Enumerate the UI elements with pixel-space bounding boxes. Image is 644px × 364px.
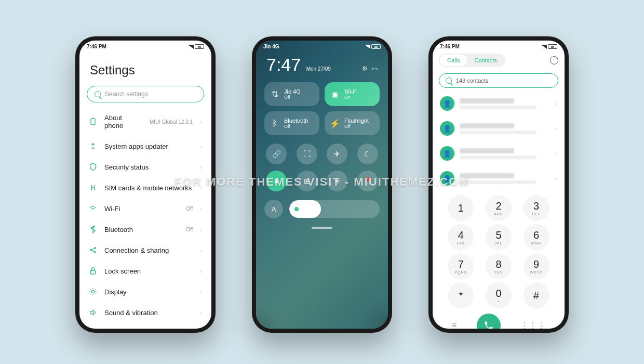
contact-row[interactable]: 👤 › <box>439 141 558 166</box>
search-input[interactable]: Search settings <box>87 86 204 102</box>
chevron-right-icon: › <box>555 125 557 132</box>
settings-item-display[interactable]: Display › <box>87 281 204 302</box>
dialkey-7[interactable]: 7 PQRS <box>448 253 474 279</box>
menu-icon[interactable]: ≡ <box>452 321 457 329</box>
toggle-square[interactable]: ■ <box>266 171 287 191</box>
dialkey-2[interactable]: 2 ABC <box>486 195 512 221</box>
settings-item-sound[interactable]: Sound & vibration › <box>87 302 204 323</box>
avatar-icon: 👤 <box>440 121 454 136</box>
phone-control-center: Jio 4G 85 7:47 Mon 27/09 ⚙ ▭ ⇅ Jio 4G Of… <box>252 36 392 333</box>
settings-item-phone[interactable]: About phone MIUI Global 12.0.1 › <box>87 108 204 136</box>
brightness-slider[interactable] <box>289 200 380 218</box>
status-icons: 85 <box>188 44 204 49</box>
auto-brightness-button[interactable]: A <box>264 200 283 218</box>
tile-flash[interactable]: ⚡ Flashlight Off <box>325 111 380 135</box>
svg-point-5 <box>91 290 94 293</box>
dialpad: 1 2 ABC3 DEF4 GHI5 JKL6 MNO7 PQRS8 TUV9 … <box>433 191 565 329</box>
dialkey-#[interactable]: # <box>524 282 549 308</box>
tile-data[interactable]: ⇅ Jio 4G Off <box>264 82 319 106</box>
dialkey-*[interactable]: * <box>448 282 474 308</box>
grid-icon: ⊞ <box>304 177 310 185</box>
toggle-location[interactable]: 📍 <box>357 171 378 191</box>
shield-icon <box>89 163 97 171</box>
dialkey-0[interactable]: 0 + <box>486 282 512 308</box>
edit-icon[interactable]: ▭ <box>372 65 378 72</box>
dialkey-6[interactable]: 6 MNO <box>524 224 549 250</box>
chevron-right-icon: › <box>200 119 202 125</box>
status-time: 7:46 PM <box>87 44 106 49</box>
wifi-icon: ◉ <box>331 90 339 98</box>
item-label: System apps updater <box>104 142 193 150</box>
key-number: 4 <box>458 229 464 241</box>
battery-icon: 85 <box>548 44 557 49</box>
chevron-right-icon: › <box>555 150 557 157</box>
settings-item-share[interactable]: Connection & sharing › <box>87 240 204 261</box>
settings-item-lock[interactable]: Lock screen › <box>87 261 204 281</box>
settings-item-updater[interactable]: System apps updater › <box>87 136 204 157</box>
toggle-grid[interactable]: ⊞ <box>297 171 317 191</box>
status-bar: 7:46 PM 85 <box>79 41 211 50</box>
dialkey-9[interactable]: 9 WXYZ <box>524 253 549 279</box>
dialkey-5[interactable]: 5 JKL <box>486 224 512 250</box>
settings-icon[interactable]: ⚙ <box>362 65 368 72</box>
item-value: Off <box>186 206 193 212</box>
tab-calls[interactable]: Calls <box>440 55 467 66</box>
contacts-count: 143 contacts <box>456 77 488 84</box>
item-label: Bluetooth <box>104 226 179 233</box>
status-bar: Jio 4G 85 <box>256 41 388 50</box>
toggle-scan[interactable]: ⛶ <box>297 144 317 164</box>
data-icon: ⇅ <box>271 90 279 98</box>
drag-handle[interactable] <box>312 227 332 229</box>
key-number: 2 <box>495 200 501 212</box>
contacts-list: 👤 ›👤 ›👤 ›👤 › <box>433 91 565 191</box>
scan-icon: ⛶ <box>303 150 311 158</box>
settings-item-wifi[interactable]: Wi-Fi Off › <box>87 198 204 219</box>
tile-status: On <box>344 95 358 100</box>
item-label: Security status <box>104 163 193 171</box>
toggle-airplane[interactable]: ✈ <box>327 144 347 164</box>
cc-time: 7:47 <box>266 55 301 74</box>
dialkey-8[interactable]: 8 TUV <box>486 253 512 279</box>
dialkey-4[interactable]: 4 GHI <box>448 224 474 250</box>
dialpad-toggle-icon[interactable]: ⋮⋮⋮ <box>520 321 545 329</box>
share-icon <box>89 246 97 254</box>
item-value: MIUI Global 12.0.1 <box>150 119 193 125</box>
svg-rect-4 <box>90 270 95 274</box>
status-icons: 85 <box>541 44 557 49</box>
contact-info <box>460 148 550 159</box>
bluetooth-icon <box>89 225 97 233</box>
cc-tiles: ⇅ Jio 4G Off◉ Wi-Fi Onᛒ Bluetooth Off⚡ F… <box>256 82 388 135</box>
tab-contacts[interactable]: Contacts <box>467 55 504 66</box>
settings-item-bluetooth[interactable]: Bluetooth Off › <box>87 219 204 240</box>
key-letters: JKL <box>494 241 502 245</box>
chevron-right-icon: › <box>555 175 557 181</box>
key-letters: DEF <box>532 212 541 216</box>
contact-row[interactable]: 👤 › <box>439 91 558 116</box>
settings-item-sim[interactable]: SIM cards & mobile networks › <box>87 177 204 198</box>
toggle-dnd[interactable]: ☾ <box>357 144 378 164</box>
contacts-search[interactable]: 143 contacts <box>439 73 558 88</box>
tile-label: Jio 4G <box>284 88 301 95</box>
contact-row[interactable]: 👤 › <box>439 166 558 191</box>
settings-item-notif[interactable]: Notifications & Control centre › <box>87 323 204 329</box>
history-icon[interactable] <box>550 56 558 64</box>
settings-item-shield[interactable]: Security status › <box>87 157 204 177</box>
chevron-right-icon: › <box>200 185 202 191</box>
tile-bt[interactable]: ᛒ Bluetooth Off <box>264 111 319 135</box>
toggle-link[interactable]: 🔗 <box>266 144 287 164</box>
chevron-right-icon: › <box>200 205 202 212</box>
tile-wifi[interactable]: ◉ Wi-Fi On <box>325 82 380 106</box>
key-number: 7 <box>458 258 464 270</box>
tile-status: Off <box>344 124 369 129</box>
phone-icon <box>89 118 97 126</box>
link-icon: 🔗 <box>272 150 281 158</box>
contact-row[interactable]: 👤 › <box>439 116 558 141</box>
call-button[interactable] <box>477 314 501 329</box>
chevron-right-icon: › <box>200 143 202 149</box>
dialkey-1[interactable]: 1 <box>448 195 474 221</box>
updater-icon <box>89 142 97 150</box>
item-label: About phone <box>104 114 142 129</box>
toggle-brightness[interactable]: ☀ <box>327 171 347 191</box>
dialkey-3[interactable]: 3 DEF <box>524 195 549 221</box>
svg-point-1 <box>90 250 92 251</box>
